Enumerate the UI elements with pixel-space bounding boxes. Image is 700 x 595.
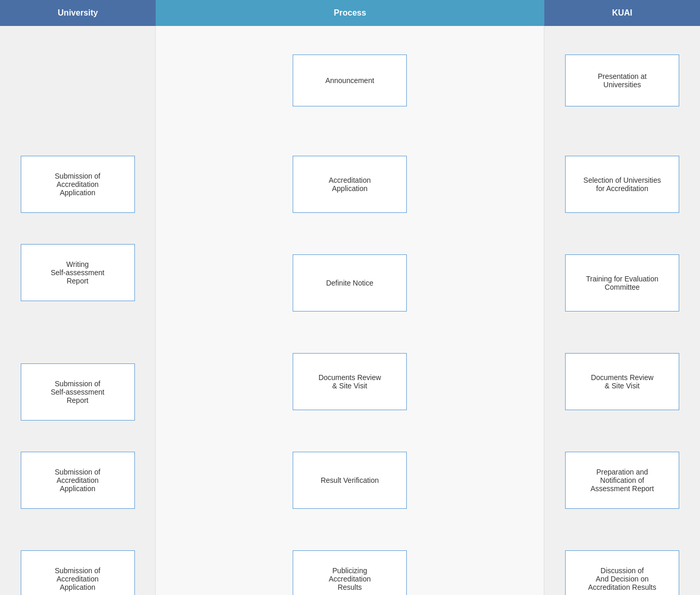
accreditation-application-box: Accreditation Application	[293, 156, 407, 213]
result-verification-box: Result Verification	[293, 452, 407, 509]
submission-sar-text: Submission of Self-assessment Report	[51, 380, 104, 404]
row4-kuai-cell: Documents Review & Site Visit	[544, 332, 700, 431]
publicizing-text: Publicizing Accreditation Results	[329, 566, 371, 591]
definite-notice-box: Definite Notice	[293, 254, 407, 312]
writing-sar-text: Writing Self-assessment Report	[51, 260, 104, 285]
row2-kuai-cell: Selection of Universities for Accreditat…	[544, 135, 700, 234]
row1-university-cell	[0, 26, 156, 135]
submission-text-1: Submission of Accreditation Application	[55, 172, 101, 197]
row2-process-cell: Accreditation Application	[156, 135, 544, 234]
training-text: Training for Evaluation Committee	[586, 275, 658, 291]
submission-sar-box: Submission of Self-assessment Report	[21, 363, 135, 421]
presentation-text: Presentation at Universities	[598, 72, 647, 89]
row1-kuai-cell: Presentation at Universities	[544, 26, 700, 135]
selection-universities-box: Selection of Universities for Accreditat…	[565, 156, 679, 213]
assessment-report-box: Preparation and Notification of Assessme…	[565, 452, 679, 509]
row5-kuai-cell: Preparation and Notification of Assessme…	[544, 431, 700, 530]
documents-review-box: Documents Review & Site Visit	[293, 353, 407, 410]
presentation-box: Presentation at Universities	[565, 55, 679, 106]
row4-university-cell: Submission of Self-assessment Report	[0, 332, 156, 431]
discussion-text: Discussion of And Decision on Accreditat…	[588, 566, 656, 591]
submission-accreditation-box-2: Submission of Accreditation Application	[21, 452, 135, 509]
submission-accreditation-box-3: Submission of Accreditation Application	[21, 550, 135, 595]
announcement-box: Announcement	[293, 55, 407, 106]
row4-process-cell: Documents Review & Site Visit	[156, 332, 544, 431]
university-label: University	[58, 8, 98, 18]
submission-text-3: Submission of Accreditation Application	[55, 566, 101, 591]
row3-kuai-cell: Training for Evaluation Committee	[544, 234, 700, 332]
row6-kuai-cell: Discussion of And Decision on Accreditat…	[544, 530, 700, 595]
discussion-decision-box: Discussion of And Decision on Accreditat…	[565, 550, 679, 595]
row3-process-cell: Definite Notice	[156, 234, 544, 332]
submission-text-2: Submission of Accreditation Application	[55, 468, 101, 493]
row5-process-cell: Result Verification	[156, 431, 544, 530]
documents-review-kuai-text: Documents Review & Site Visit	[591, 373, 654, 390]
accreditation-application-text: Accreditation Application	[329, 176, 371, 193]
kuai-label: KUAI	[612, 8, 632, 18]
result-verification-text: Result Verification	[321, 476, 379, 484]
training-committee-box: Training for Evaluation Committee	[565, 254, 679, 312]
row5-university-cell: Submission of Accreditation Application	[0, 431, 156, 530]
documents-review-kuai-box: Documents Review & Site Visit	[565, 353, 679, 410]
row2-university-cell: Submission of Accreditation Application	[0, 135, 156, 234]
definite-notice-text: Definite Notice	[326, 279, 373, 287]
header-process: Process	[156, 0, 544, 26]
row6-process-cell: Publicizing Accreditation Results	[156, 530, 544, 595]
announcement-text: Announcement	[325, 76, 374, 85]
documents-review-text: Documents Review & Site Visit	[319, 373, 381, 390]
submission-accreditation-box-1: Submission of Accreditation Application	[21, 156, 135, 213]
header-university: University	[0, 0, 156, 26]
assessment-report-text: Preparation and Notification of Assessme…	[591, 468, 654, 493]
process-label: Process	[334, 8, 366, 18]
row6-university-cell: Submission of Accreditation Application	[0, 530, 156, 595]
row3-university-cell: Writing Self-assessment Report	[0, 234, 156, 332]
header-kuai: KUAI	[544, 0, 700, 26]
publicizing-box: Publicizing Accreditation Results	[293, 550, 407, 595]
selection-text: Selection of Universities for Accreditat…	[583, 176, 661, 193]
writing-sar-box: Writing Self-assessment Report	[21, 244, 135, 301]
row1-process-cell: Announcement	[156, 26, 544, 135]
